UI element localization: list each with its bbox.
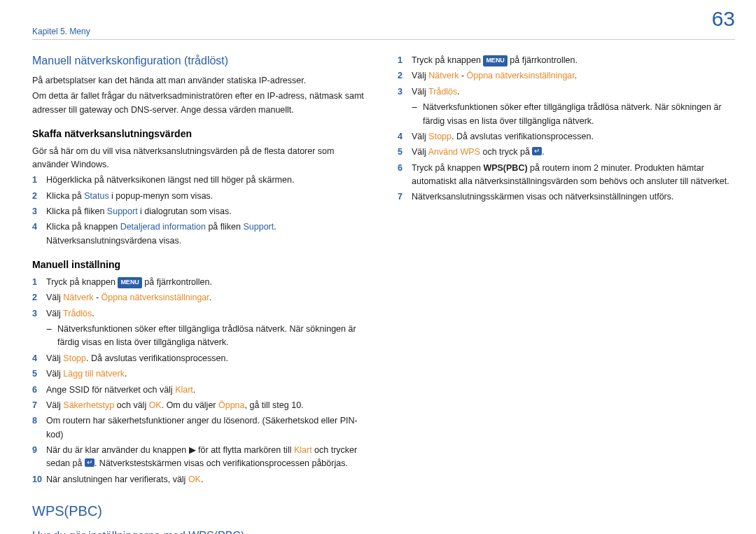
ui-term: Support xyxy=(243,222,274,232)
ui-term: Klart xyxy=(175,385,193,395)
step-number: 5 xyxy=(398,146,402,159)
step-text: . xyxy=(457,87,459,97)
wps-list: 1Tryck på knappen MENU på fjärrkontrolle… xyxy=(398,54,735,204)
step-number: 1 xyxy=(32,174,37,187)
right-column: 1Tryck på knappen MENU på fjärrkontrolle… xyxy=(398,52,735,534)
step-text: . Om du väljer xyxy=(162,400,218,410)
list-item: 3Klicka på fliken Support i dialogrutan … xyxy=(32,205,370,218)
list-item: 4Välj Stopp. Då avslutas verifikationspr… xyxy=(398,130,735,143)
ui-term: Support xyxy=(107,206,138,216)
step-text: Välj xyxy=(412,132,428,141)
step-text: - xyxy=(93,293,101,302)
step-number: 6 xyxy=(32,384,37,397)
step-number: 4 xyxy=(32,352,37,365)
step-text: . xyxy=(201,475,203,484)
list-item: 2Välj Nätverk - Öppna nätverksinställnin… xyxy=(398,69,735,83)
step-text: . xyxy=(125,369,127,379)
step-number: 7 xyxy=(32,399,37,412)
heading-manual-setting: Manuell inställning xyxy=(32,258,370,273)
list-item: 6Tryck på knappen WPS(PBC) på routern in… xyxy=(398,162,735,189)
bold-term: WPS(PBC) xyxy=(483,163,527,173)
ui-term: Stopp xyxy=(428,132,451,141)
step-number: 6 xyxy=(398,162,402,175)
ui-term: Trådlös xyxy=(63,309,92,318)
dash-bullet: ‒ xyxy=(412,101,417,114)
list-item: 3Välj Trådlös. xyxy=(32,307,370,321)
header-divider xyxy=(32,39,735,40)
ui-term: Detaljerad information xyxy=(120,222,206,232)
step-number: 8 xyxy=(32,414,37,428)
paragraph: På arbetsplatser kan det hända att man a… xyxy=(32,74,370,87)
menu-button-icon: MENU xyxy=(483,55,507,66)
ui-term: Använd WPS xyxy=(428,147,480,157)
step-text: Välj xyxy=(412,71,428,80)
ui-term: Klart xyxy=(294,445,312,455)
step-text: . xyxy=(193,385,195,395)
step-number: 7 xyxy=(398,190,402,204)
step-number: 3 xyxy=(32,307,37,321)
step-number: 9 xyxy=(32,444,37,457)
ui-term: Lägg till nätverk xyxy=(63,369,125,379)
list-item: 7Välj Säkerhetstyp och välj OK. Om du vä… xyxy=(32,399,370,412)
list-item: 4Välj Stopp. Då avslutas verifikationspr… xyxy=(32,352,370,365)
step-text: . Då avslutas verifikationsprocessen. xyxy=(451,132,594,141)
list-item: 1Högerklicka på nätverksikonen längst ne… xyxy=(32,174,370,187)
list-item: 1Tryck på knappen MENU på fjärrkontrolle… xyxy=(398,54,735,67)
list-item: 9När du är klar använder du knappen ▶ fö… xyxy=(32,444,370,471)
step-text: och tryck på xyxy=(480,147,532,157)
step-text: på fjärrkontrollen. xyxy=(142,277,212,287)
content-columns: Manuell nätverkskonfiguration (trådlöst)… xyxy=(0,52,756,534)
sub-text: Nätverksfunktionen söker efter tillgängl… xyxy=(57,324,356,347)
step-text: på fjärrkontrollen. xyxy=(507,55,578,65)
step-text: Välj xyxy=(46,309,63,318)
step-text: i popup-menyn som visas. xyxy=(109,191,214,201)
list-item: 3Välj Trådlös. xyxy=(398,85,735,99)
step-text: Välj xyxy=(46,400,63,410)
step-text: När du är klar använder du knappen ▶ för… xyxy=(46,445,294,455)
sub-item: ‒Nätverksfunktionen söker efter tillgäng… xyxy=(398,101,735,128)
paragraph: Om detta är fallet frågar du nätverksadm… xyxy=(32,90,370,117)
list-item: 1Tryck på knappen MENU på fjärrkontrolle… xyxy=(32,276,370,289)
ui-term: Öppna xyxy=(218,400,245,410)
step-text: - xyxy=(458,71,466,80)
chapter-label: Kapitel 5. Meny xyxy=(32,7,90,36)
list-item: 6Ange SSID för nätverket och välj Klart. xyxy=(32,384,370,397)
list-item: 4Klicka på knappen Detaljerad informatio… xyxy=(32,220,370,248)
step-text: . Då avslutas verifikationsprocessen. xyxy=(86,353,228,363)
step-text: Välj xyxy=(412,147,428,157)
heading-get-values: Skaffa nätverksanslutningsvärden xyxy=(32,127,370,142)
step-number: 2 xyxy=(32,291,37,304)
heading-manual-config: Manuell nätverkskonfiguration (trådlöst) xyxy=(32,52,370,70)
step-text: Tryck på knappen xyxy=(46,277,118,287)
dash-bullet: ‒ xyxy=(46,323,52,336)
ui-term: OK xyxy=(188,475,201,484)
step-text: och välj xyxy=(114,400,148,410)
sub-item: ‒Nätverksfunktionen söker efter tillgäng… xyxy=(32,323,370,350)
step-number: 1 xyxy=(32,276,37,289)
step-text: . xyxy=(575,71,577,80)
step-number: 1 xyxy=(398,54,402,67)
ui-term: Öppna nätverksinställningar xyxy=(467,71,575,80)
step-number: 10 xyxy=(32,473,42,486)
step-text: Klicka på knappen xyxy=(46,222,120,232)
step-number: 3 xyxy=(398,85,402,99)
list-item: 5Välj Använd WPS och tryck på . xyxy=(398,146,735,159)
step-text: Tryck på knappen xyxy=(412,55,483,65)
step-text: Välj xyxy=(412,87,428,97)
menu-button-icon: MENU xyxy=(118,277,142,288)
list-item: 8Om routern har säkerhetsfunktioner ange… xyxy=(32,414,370,442)
manual-setting-list: 1Tryck på knappen MENU på fjärrkontrolle… xyxy=(32,276,370,486)
heading-wps-howto: Hur du gör inställningarna med WPS(PBC) xyxy=(32,528,370,534)
list-item: 10När anslutningen har verifierats, välj… xyxy=(32,473,370,486)
ui-term: Nätverk xyxy=(428,71,458,80)
ui-term: Status xyxy=(84,191,108,201)
step-text: Högerklicka på nätverksikonen längst ned… xyxy=(46,175,294,185)
step-number: 4 xyxy=(32,220,37,234)
step-text: Ange SSID för nätverket och välj xyxy=(46,385,175,395)
page-number: 63 xyxy=(712,7,735,31)
step-number: 2 xyxy=(32,190,37,203)
list-item: 7Nätverksanslutningsskärmen visas och nä… xyxy=(398,190,735,204)
step-text: Nätverksanslutningsskärmen visas och nät… xyxy=(412,192,673,202)
left-column: Manuell nätverkskonfiguration (trådlöst)… xyxy=(32,52,370,534)
ui-term: Öppna nätverksinställningar xyxy=(102,293,209,302)
